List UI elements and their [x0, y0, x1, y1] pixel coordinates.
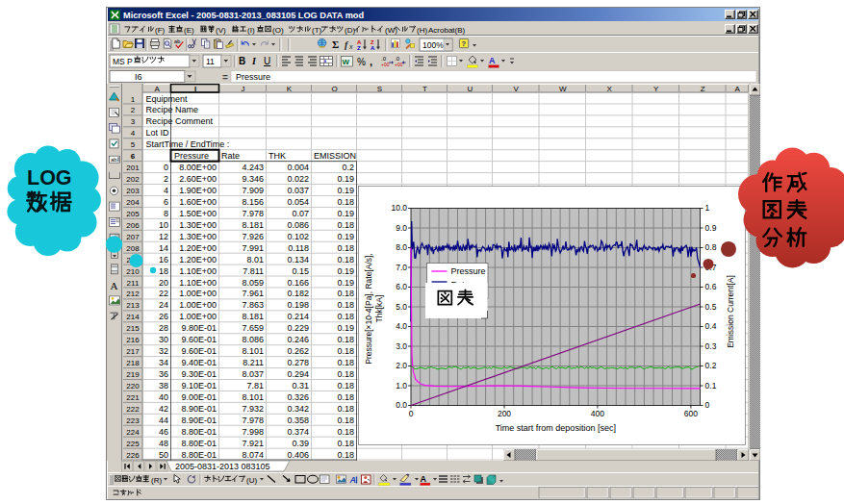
svg-text:215: 215: [126, 324, 140, 333]
svg-text:1.10E+00: 1.10E+00: [179, 266, 217, 276]
svg-text:8.90E-01: 8.90E-01: [181, 416, 217, 425]
svg-text:0.15: 0.15: [292, 266, 309, 276]
svg-text:Z: Z: [357, 45, 361, 51]
svg-text:1.00E+00: 1.00E+00: [179, 289, 217, 298]
svg-text:11: 11: [206, 57, 215, 66]
svg-text:(D): (D): [345, 26, 355, 35]
svg-text:Recipe Name: Recipe Name: [146, 105, 199, 114]
svg-text:MS P: MS P: [113, 57, 133, 66]
svg-text:0.406: 0.406: [287, 450, 309, 460]
svg-text:100%: 100%: [422, 40, 444, 50]
svg-text:214: 214: [126, 313, 140, 321]
svg-text:ab: ab: [174, 38, 181, 44]
svg-text:Σ: Σ: [332, 38, 339, 50]
svg-text:7.921: 7.921: [242, 439, 264, 448]
svg-text:%: %: [357, 57, 366, 67]
svg-text:0.086: 0.086: [287, 220, 309, 230]
svg-text:8.181: 8.181: [242, 220, 264, 230]
svg-text:9.346: 9.346: [242, 174, 264, 184]
svg-text:3: 3: [131, 117, 136, 126]
svg-text:0.102: 0.102: [287, 232, 309, 241]
svg-text:A: A: [155, 85, 161, 93]
svg-text:1.20E+00: 1.20E+00: [179, 243, 217, 253]
svg-text:0.18: 0.18: [337, 439, 354, 448]
svg-text:Recipe Comment: Recipe Comment: [146, 116, 214, 126]
svg-text:LOG: LOG: [27, 166, 72, 189]
svg-text:0.18: 0.18: [337, 369, 354, 379]
svg-text:400: 400: [591, 409, 604, 418]
svg-text:0.19: 0.19: [337, 209, 354, 218]
svg-text:42: 42: [159, 404, 168, 414]
svg-text:0.18: 0.18: [337, 312, 354, 321]
svg-text:8.01: 8.01: [246, 255, 264, 265]
svg-text:W: W: [343, 58, 350, 66]
svg-text:0.166: 0.166: [287, 278, 309, 288]
svg-text:0.18: 0.18: [337, 416, 354, 425]
svg-text:A: A: [371, 45, 375, 51]
svg-text:Pressure: Pressure: [174, 151, 209, 161]
svg-text:0.19: 0.19: [337, 232, 354, 241]
svg-text:?: ?: [462, 39, 467, 48]
svg-text:Acrobat(B): Acrobat(B): [428, 26, 466, 35]
svg-text:8.00E+00: 8.00E+00: [179, 163, 217, 172]
svg-text:28: 28: [159, 323, 168, 333]
svg-text:3.0: 3.0: [396, 341, 407, 351]
svg-text:0.18: 0.18: [337, 358, 354, 367]
svg-text:32: 32: [159, 346, 168, 356]
svg-text:(R): (R): [151, 476, 162, 485]
svg-text:0.374: 0.374: [287, 427, 309, 437]
svg-text:0.1: 0.1: [705, 381, 717, 391]
svg-text:1.30E+00: 1.30E+00: [179, 220, 217, 230]
svg-text:48: 48: [159, 439, 168, 448]
svg-text:0.18: 0.18: [337, 404, 354, 414]
svg-text:0.19: 0.19: [337, 323, 354, 333]
svg-text:9.10E-01: 9.10E-01: [181, 381, 217, 391]
svg-text:U: U: [264, 56, 270, 66]
svg-text:0.0: 0.0: [396, 400, 407, 410]
svg-text:0.278: 0.278: [287, 358, 309, 367]
svg-text:7.991: 7.991: [242, 243, 264, 253]
svg-text:+00: +00: [381, 62, 390, 67]
svg-text:8.211: 8.211: [243, 358, 264, 367]
svg-text:7.978: 7.978: [242, 416, 264, 425]
svg-text:0.19: 0.19: [337, 266, 354, 276]
svg-text:7.961: 7.961: [242, 289, 264, 298]
svg-text:0.18: 0.18: [337, 255, 354, 265]
svg-text:221: 221: [126, 393, 140, 402]
svg-text:Time start from deposition [se: Time start from deposition [sec]: [496, 423, 616, 433]
svg-text:1.20E+00: 1.20E+00: [179, 255, 217, 265]
svg-text:8.059: 8.059: [242, 278, 264, 288]
svg-text:0.39: 0.39: [292, 439, 309, 448]
svg-text:9.00E-01: 9.00E-01: [181, 392, 217, 402]
svg-text:9.0: 9.0: [396, 223, 407, 233]
svg-text:7.978: 7.978: [242, 209, 264, 218]
svg-text:26: 26: [159, 312, 168, 321]
svg-text:8.101: 8.101: [242, 346, 264, 356]
svg-text:1.30E+00: 1.30E+00: [179, 232, 217, 241]
svg-text:8.80E-01: 8.80E-01: [181, 439, 217, 448]
svg-text:9.40E-01: 9.40E-01: [181, 358, 217, 367]
svg-text:A: A: [421, 474, 427, 484]
svg-text:225: 225: [126, 440, 140, 448]
svg-text:8.156: 8.156: [242, 197, 264, 207]
svg-text:0.18: 0.18: [337, 335, 354, 344]
svg-text:A: A: [489, 56, 496, 65]
svg-text:4.243: 4.243: [242, 163, 264, 172]
svg-text:(H): (H): [417, 26, 427, 35]
svg-text:218: 218: [126, 359, 140, 367]
svg-text:0.118: 0.118: [288, 243, 309, 253]
svg-text:x: x: [348, 43, 353, 50]
svg-text:7.0: 7.0: [396, 263, 407, 272]
svg-text:0.18: 0.18: [337, 450, 354, 460]
svg-text:,: ,: [370, 56, 372, 67]
svg-text:7.811: 7.811: [243, 266, 264, 276]
svg-text:8.181: 8.181: [242, 312, 264, 321]
svg-text:Rate: Rate: [221, 151, 240, 161]
svg-text:(F): (F): [155, 26, 166, 35]
svg-text:0.022: 0.022: [287, 174, 309, 184]
svg-text:0.31: 0.31: [292, 381, 309, 391]
svg-text:0.18: 0.18: [337, 197, 354, 207]
svg-text:9.30E-01: 9.30E-01: [181, 369, 217, 379]
svg-text:Pressure[×10-4[Pa], Rate[A/s],: Pressure[×10-4[Pa], Rate[A/s],: [364, 253, 373, 365]
svg-text:X: X: [607, 85, 613, 93]
